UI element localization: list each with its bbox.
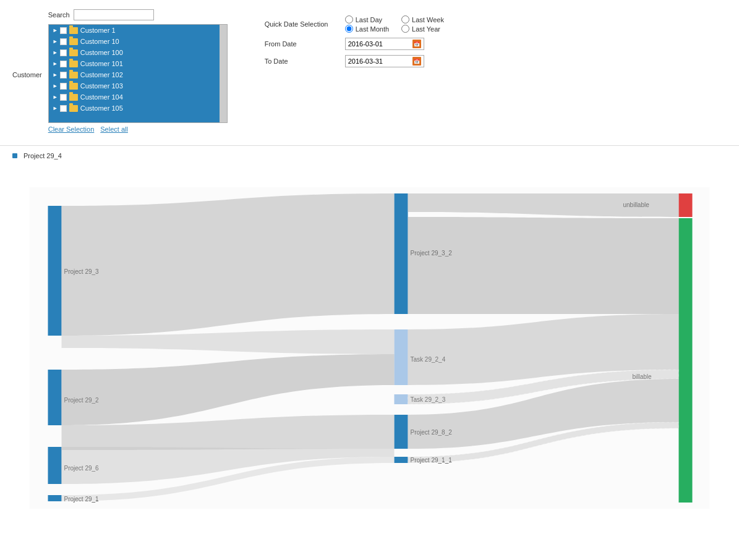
radio-last-week-label: Last Week — [412, 16, 444, 23]
from-date-wrap: 📅 — [345, 38, 424, 50]
tree-item-label: Customer 1 — [80, 27, 116, 34]
sankey-section: Project 29_3 Project 29_2 Project 29_6 P… — [0, 175, 739, 522]
tree-item-label: Customer 100 — [80, 49, 123, 56]
folder-icon — [69, 27, 78, 34]
node-project-29-3-2[interactable] — [395, 193, 408, 314]
node-project-29-1-1[interactable] — [395, 457, 408, 463]
folder-icon — [69, 94, 78, 101]
node-unbillable[interactable] — [679, 193, 693, 217]
tree-checkbox[interactable] — [60, 83, 67, 90]
tree-item-label: Customer 103 — [80, 82, 123, 90]
tree-item[interactable]: ► Customer 102 — [49, 69, 227, 80]
project-bar-icon — [12, 153, 17, 158]
quick-date-row: Quick Date Selection Last Day Last Month — [265, 15, 444, 33]
top-section: Customer Search ► Customer 1 ► Customer … — [0, 0, 739, 142]
radio-last-month-label: Last Month — [356, 25, 389, 33]
radio-col-1: Last Day Last Month — [345, 15, 389, 33]
tree-item-label: Customer 10 — [80, 38, 119, 45]
customer-tree-wrapper: Search ► Customer 1 ► Customer 10 ► Cust… — [48, 9, 228, 133]
to-date-calendar-icon[interactable]: 📅 — [412, 57, 421, 66]
radio-last-year-input[interactable] — [401, 25, 409, 33]
to-date-label: To Date — [265, 57, 339, 65]
tree-arrow-icon: ► — [53, 27, 58, 33]
node-project-29-8-2[interactable] — [395, 415, 408, 449]
to-date-row: To Date 📅 — [265, 55, 444, 67]
tree-scrollbar[interactable] — [220, 25, 227, 122]
tree-checkbox[interactable] — [60, 61, 67, 67]
radio-groups: Last Day Last Month Last Week Last Year — [345, 15, 444, 33]
tree-item-label: Customer 104 — [80, 93, 123, 101]
radio-last-year-label: Last Year — [412, 25, 440, 33]
tree-item[interactable]: ► Customer 1 — [49, 25, 227, 36]
node-project-29-6[interactable] — [48, 447, 62, 484]
search-label: Search — [48, 11, 70, 19]
node-task-29-2-3[interactable] — [395, 394, 408, 404]
search-row: Search — [48, 9, 228, 20]
project-bar-section: Project 29_4 — [0, 149, 739, 163]
selection-links: Clear Selection Select all — [48, 125, 228, 133]
radio-last-year: Last Year — [401, 25, 444, 33]
folder-icon — [69, 38, 78, 45]
tree-checkbox[interactable] — [60, 94, 67, 101]
folder-icon — [69, 105, 78, 112]
from-date-calendar-icon[interactable]: 📅 — [412, 40, 421, 48]
node-project-29-2[interactable] — [48, 370, 62, 425]
flow-29-3-2-to-billable — [408, 217, 679, 314]
node-project-29-1[interactable] — [48, 495, 62, 501]
node-project-29-3[interactable] — [48, 206, 62, 336]
radio-col-2: Last Week Last Year — [401, 15, 444, 33]
clear-selection-link[interactable]: Clear Selection — [48, 125, 95, 133]
node-task-29-2-4[interactable] — [395, 329, 408, 385]
tree-checkbox[interactable] — [60, 27, 67, 34]
tree-item[interactable]: ► Customer 104 — [49, 91, 227, 103]
top-divider — [0, 145, 739, 146]
date-panel: Quick Date Selection Last Day Last Month — [265, 15, 444, 67]
customer-tree[interactable]: ► Customer 1 ► Customer 10 ► Customer 10… — [48, 24, 228, 123]
tree-item[interactable]: ► Customer 10 — [49, 36, 227, 47]
tree-checkbox[interactable] — [60, 105, 67, 112]
tree-checkbox[interactable] — [60, 49, 67, 56]
tree-arrow-icon: ► — [53, 94, 58, 100]
from-date-row: From Date 📅 — [265, 38, 444, 50]
folder-icon — [69, 61, 78, 67]
tree-item[interactable]: ► Customer 105 — [49, 103, 227, 114]
tree-arrow-icon: ► — [53, 38, 58, 45]
tree-checkbox[interactable] — [60, 38, 67, 45]
project-bar-label: Project 29_4 — [23, 152, 62, 159]
tree-arrow-icon: ► — [53, 105, 58, 111]
folder-icon — [69, 83, 78, 90]
tree-item[interactable]: ► Customer 101 — [49, 58, 227, 69]
folder-icon — [69, 49, 78, 56]
folder-icon — [69, 72, 78, 78]
from-date-input[interactable] — [348, 40, 410, 48]
radio-last-month: Last Month — [345, 25, 389, 33]
radio-last-day-label: Last Day — [356, 16, 382, 23]
tree-arrow-icon: ► — [53, 49, 58, 56]
tree-item-label: Customer 101 — [80, 60, 123, 67]
flow-29-3-to-29-3-2 — [62, 193, 395, 336]
tree-checkbox[interactable] — [60, 72, 67, 78]
tree-arrow-icon: ► — [53, 72, 58, 78]
tree-arrow-icon: ► — [53, 83, 58, 89]
from-date-label: From Date — [265, 40, 339, 48]
tree-item[interactable]: ► Customer 100 — [49, 47, 227, 58]
customer-panel: Customer Search ► Customer 1 ► Customer … — [12, 9, 228, 133]
node-billable[interactable] — [679, 218, 693, 503]
tree-item-label: Customer 105 — [80, 104, 123, 112]
select-all-link[interactable]: Select all — [100, 125, 128, 133]
quick-date-label: Quick Date Selection — [265, 20, 339, 28]
sankey-diagram: Project 29_3 Project 29_2 Project 29_6 P… — [12, 187, 727, 509]
radio-last-month-input[interactable] — [345, 25, 353, 33]
radio-last-week: Last Week — [401, 15, 444, 23]
search-input[interactable] — [74, 9, 154, 20]
radio-last-day-input[interactable] — [345, 15, 353, 23]
radio-last-week-input[interactable] — [401, 15, 409, 23]
tree-arrow-icon: ► — [53, 61, 58, 67]
tree-item[interactable]: ► Customer 103 — [49, 80, 227, 91]
tree-item-label: Customer 102 — [80, 71, 123, 78]
to-date-input[interactable] — [348, 57, 410, 65]
radio-last-day: Last Day — [345, 15, 389, 23]
customer-label: Customer — [12, 71, 42, 78]
to-date-wrap: 📅 — [345, 55, 424, 67]
